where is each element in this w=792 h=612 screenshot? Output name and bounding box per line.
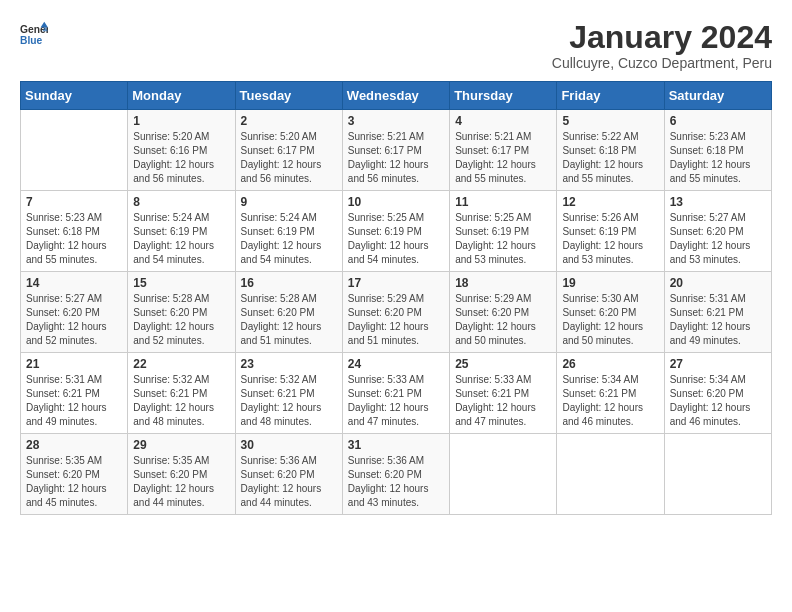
day-info: Sunrise: 5:32 AMSunset: 6:21 PMDaylight:… [133,373,229,429]
calendar-cell [450,434,557,515]
day-number: 12 [562,195,658,209]
day-info: Sunrise: 5:34 AMSunset: 6:21 PMDaylight:… [562,373,658,429]
day-number: 24 [348,357,444,371]
calendar-body: 1Sunrise: 5:20 AMSunset: 6:16 PMDaylight… [21,110,772,515]
day-number: 5 [562,114,658,128]
day-info: Sunrise: 5:20 AMSunset: 6:17 PMDaylight:… [241,130,337,186]
day-info: Sunrise: 5:30 AMSunset: 6:20 PMDaylight:… [562,292,658,348]
calendar-cell: 25Sunrise: 5:33 AMSunset: 6:21 PMDayligh… [450,353,557,434]
header-day-thursday: Thursday [450,82,557,110]
calendar-cell: 15Sunrise: 5:28 AMSunset: 6:20 PMDayligh… [128,272,235,353]
header-day-saturday: Saturday [664,82,771,110]
calendar-cell: 31Sunrise: 5:36 AMSunset: 6:20 PMDayligh… [342,434,449,515]
calendar-header: SundayMondayTuesdayWednesdayThursdayFrid… [21,82,772,110]
day-number: 26 [562,357,658,371]
calendar-table: SundayMondayTuesdayWednesdayThursdayFrid… [20,81,772,515]
day-info: Sunrise: 5:35 AMSunset: 6:20 PMDaylight:… [133,454,229,510]
calendar-cell: 10Sunrise: 5:25 AMSunset: 6:19 PMDayligh… [342,191,449,272]
calendar-cell: 22Sunrise: 5:32 AMSunset: 6:21 PMDayligh… [128,353,235,434]
day-info: Sunrise: 5:21 AMSunset: 6:17 PMDaylight:… [455,130,551,186]
calendar-cell [557,434,664,515]
day-info: Sunrise: 5:36 AMSunset: 6:20 PMDaylight:… [241,454,337,510]
day-number: 27 [670,357,766,371]
calendar-cell: 4Sunrise: 5:21 AMSunset: 6:17 PMDaylight… [450,110,557,191]
logo-icon: General Blue [20,20,48,48]
day-number: 18 [455,276,551,290]
day-number: 13 [670,195,766,209]
calendar-cell: 27Sunrise: 5:34 AMSunset: 6:20 PMDayligh… [664,353,771,434]
day-number: 14 [26,276,122,290]
day-info: Sunrise: 5:29 AMSunset: 6:20 PMDaylight:… [348,292,444,348]
calendar-cell: 18Sunrise: 5:29 AMSunset: 6:20 PMDayligh… [450,272,557,353]
day-info: Sunrise: 5:20 AMSunset: 6:16 PMDaylight:… [133,130,229,186]
day-number: 31 [348,438,444,452]
day-info: Sunrise: 5:34 AMSunset: 6:20 PMDaylight:… [670,373,766,429]
day-number: 7 [26,195,122,209]
calendar-cell: 11Sunrise: 5:25 AMSunset: 6:19 PMDayligh… [450,191,557,272]
calendar-cell: 6Sunrise: 5:23 AMSunset: 6:18 PMDaylight… [664,110,771,191]
day-info: Sunrise: 5:31 AMSunset: 6:21 PMDaylight:… [26,373,122,429]
day-info: Sunrise: 5:28 AMSunset: 6:20 PMDaylight:… [241,292,337,348]
calendar-cell [664,434,771,515]
day-number: 30 [241,438,337,452]
header-day-tuesday: Tuesday [235,82,342,110]
day-info: Sunrise: 5:35 AMSunset: 6:20 PMDaylight:… [26,454,122,510]
day-number: 16 [241,276,337,290]
day-info: Sunrise: 5:36 AMSunset: 6:20 PMDaylight:… [348,454,444,510]
week-row-5: 28Sunrise: 5:35 AMSunset: 6:20 PMDayligh… [21,434,772,515]
day-number: 29 [133,438,229,452]
day-info: Sunrise: 5:27 AMSunset: 6:20 PMDaylight:… [26,292,122,348]
page-title: January 2024 [552,20,772,55]
calendar-cell: 30Sunrise: 5:36 AMSunset: 6:20 PMDayligh… [235,434,342,515]
calendar-cell: 3Sunrise: 5:21 AMSunset: 6:17 PMDaylight… [342,110,449,191]
header-row: SundayMondayTuesdayWednesdayThursdayFrid… [21,82,772,110]
day-info: Sunrise: 5:21 AMSunset: 6:17 PMDaylight:… [348,130,444,186]
day-number: 1 [133,114,229,128]
calendar-cell: 14Sunrise: 5:27 AMSunset: 6:20 PMDayligh… [21,272,128,353]
calendar-cell: 5Sunrise: 5:22 AMSunset: 6:18 PMDaylight… [557,110,664,191]
calendar-cell [21,110,128,191]
day-number: 15 [133,276,229,290]
day-number: 8 [133,195,229,209]
day-info: Sunrise: 5:23 AMSunset: 6:18 PMDaylight:… [670,130,766,186]
day-number: 19 [562,276,658,290]
day-info: Sunrise: 5:33 AMSunset: 6:21 PMDaylight:… [455,373,551,429]
week-row-2: 7Sunrise: 5:23 AMSunset: 6:18 PMDaylight… [21,191,772,272]
day-number: 2 [241,114,337,128]
day-number: 21 [26,357,122,371]
day-info: Sunrise: 5:33 AMSunset: 6:21 PMDaylight:… [348,373,444,429]
calendar-cell: 9Sunrise: 5:24 AMSunset: 6:19 PMDaylight… [235,191,342,272]
week-row-3: 14Sunrise: 5:27 AMSunset: 6:20 PMDayligh… [21,272,772,353]
calendar-cell: 17Sunrise: 5:29 AMSunset: 6:20 PMDayligh… [342,272,449,353]
day-number: 10 [348,195,444,209]
calendar-cell: 2Sunrise: 5:20 AMSunset: 6:17 PMDaylight… [235,110,342,191]
svg-text:Blue: Blue [20,35,43,46]
title-area: January 2024 Cullcuyre, Cuzco Department… [552,20,772,71]
day-info: Sunrise: 5:31 AMSunset: 6:21 PMDaylight:… [670,292,766,348]
week-row-1: 1Sunrise: 5:20 AMSunset: 6:16 PMDaylight… [21,110,772,191]
calendar-cell: 16Sunrise: 5:28 AMSunset: 6:20 PMDayligh… [235,272,342,353]
day-info: Sunrise: 5:29 AMSunset: 6:20 PMDaylight:… [455,292,551,348]
day-number: 23 [241,357,337,371]
day-number: 28 [26,438,122,452]
day-number: 11 [455,195,551,209]
calendar-cell: 19Sunrise: 5:30 AMSunset: 6:20 PMDayligh… [557,272,664,353]
header-day-sunday: Sunday [21,82,128,110]
calendar-cell: 29Sunrise: 5:35 AMSunset: 6:20 PMDayligh… [128,434,235,515]
day-info: Sunrise: 5:24 AMSunset: 6:19 PMDaylight:… [241,211,337,267]
day-info: Sunrise: 5:24 AMSunset: 6:19 PMDaylight:… [133,211,229,267]
calendar-cell: 13Sunrise: 5:27 AMSunset: 6:20 PMDayligh… [664,191,771,272]
day-info: Sunrise: 5:25 AMSunset: 6:19 PMDaylight:… [455,211,551,267]
header-day-friday: Friday [557,82,664,110]
day-number: 6 [670,114,766,128]
header-day-wednesday: Wednesday [342,82,449,110]
calendar-cell: 7Sunrise: 5:23 AMSunset: 6:18 PMDaylight… [21,191,128,272]
calendar-cell: 21Sunrise: 5:31 AMSunset: 6:21 PMDayligh… [21,353,128,434]
day-info: Sunrise: 5:27 AMSunset: 6:20 PMDaylight:… [670,211,766,267]
header-day-monday: Monday [128,82,235,110]
day-info: Sunrise: 5:23 AMSunset: 6:18 PMDaylight:… [26,211,122,267]
calendar-cell: 24Sunrise: 5:33 AMSunset: 6:21 PMDayligh… [342,353,449,434]
day-info: Sunrise: 5:28 AMSunset: 6:20 PMDaylight:… [133,292,229,348]
day-number: 3 [348,114,444,128]
day-info: Sunrise: 5:25 AMSunset: 6:19 PMDaylight:… [348,211,444,267]
